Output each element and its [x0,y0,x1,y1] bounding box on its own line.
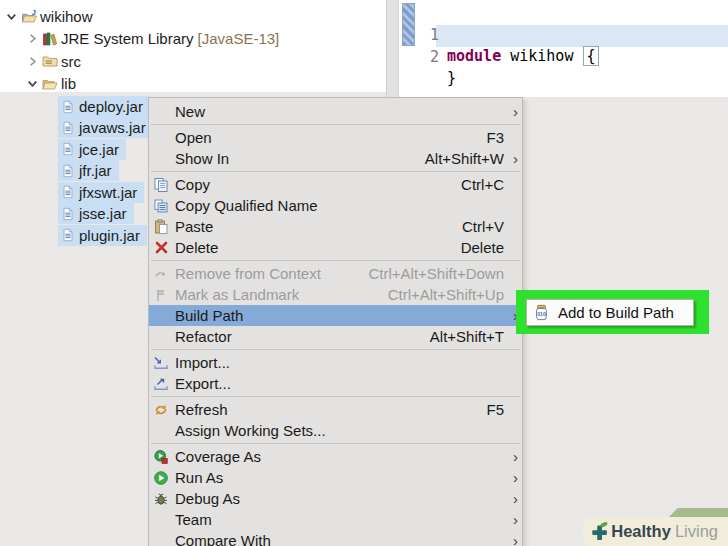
jar-file-icon [61,141,79,157]
menu-item-coverage-as[interactable]: Coverage As› [149,446,522,467]
jar-file-label: deploy.jar [79,98,143,115]
module-name: wikihow [501,47,582,65]
menu-item-open[interactable]: OpenF3 [149,127,522,148]
menu-item-shortcut: F3 [486,129,504,146]
tree-item-javaws-jar[interactable]: javaws.jar [58,117,153,138]
tree-item-lib[interactable]: lib [25,73,76,94]
tree-item-jce-jar[interactable]: jce.jar [58,139,126,160]
tree-item-deploy-jar[interactable]: deploy.jar [58,96,150,117]
refresh-icon [151,402,171,418]
tree-item-label: JRE System Library [61,30,194,47]
menu-item-show-in[interactable]: Show InAlt+Shift+W› [149,148,522,169]
menu-item-label: Copy [175,176,461,193]
menu-item-label: Import... [175,354,504,371]
menu-item-export[interactable]: Export... [149,373,522,394]
tree-item-plugin-jar[interactable]: plugin.jar [58,225,147,246]
menu-item-label: Compare With [175,532,504,546]
menu-item-label: Add to Build Path [558,304,674,321]
menu-item-run-as[interactable]: Run As› [149,467,522,488]
chevron-expanded-icon[interactable] [4,9,21,24]
code-editor[interactable]: 1 module wikihow { 2 } [399,0,728,97]
menu-item-build-path[interactable]: Build Path› [149,305,522,326]
menu-item-label: Assign Working Sets... [175,422,504,439]
menu-item-label: Team [175,511,504,528]
menu-item-label: Paste [175,218,462,235]
tree-item-decoration: [JavaSE-13] [198,30,280,47]
submenu-arrow-icon: › [507,101,518,122]
menu-item-refresh[interactable]: RefreshF5 [149,399,522,420]
watermark-brand-light: Living [675,522,718,541]
close-brace: } [447,68,456,89]
healthy-living-watermark: Healthy Living [583,517,728,546]
menu-separator [149,441,522,446]
jar-file-label: jce.jar [79,141,119,158]
eclipse-window: 1 module wikihow { 2 } JwikihowJRE Syste… [0,0,728,546]
menu-item-label: Show In [175,150,425,167]
tree-item-jfr-jar[interactable]: jfr.jar [58,160,119,181]
menu-item-assign-working-sets[interactable]: Assign Working Sets... [149,420,522,441]
menu-item-label: Mark as Landmark [175,286,388,303]
tree-item-src[interactable]: src [25,51,81,72]
menu-separator [149,258,522,263]
context-menu: New›OpenF3Show InAlt+Shift+W›CopyCtrl+CC… [148,97,523,546]
menu-item-label: New [175,103,504,120]
submenu-arrow-icon: › [507,509,518,530]
menu-item-shortcut: F5 [486,401,504,418]
mark-as-landmark-icon [151,287,171,303]
menu-item-refactor[interactable]: RefactorAlt+Shift+T [149,326,522,347]
menu-item-label: Delete [175,239,461,256]
svg-text:J: J [32,9,36,17]
jar-build-path-icon: 010 [533,304,550,322]
menu-item-paste[interactable]: PasteCtrl+V [149,216,522,237]
menu-item-label: Export... [175,375,504,392]
copy-qualified-name-icon [151,198,171,214]
menu-item-team[interactable]: Team› [149,509,522,530]
menu-item-new[interactable]: New› [149,101,522,122]
import-icon [151,355,171,371]
submenu-arrow-icon: › [507,488,518,509]
jar-file-icon [61,163,79,179]
menu-item-debug-as[interactable]: Debug As› [149,488,522,509]
tree-item-label: wikihow [40,8,93,25]
menu-separator [149,122,522,127]
run-icon [151,470,171,486]
menu-item-label: Refresh [175,401,486,418]
menu-item-label: Refactor [175,328,430,345]
source-folder-icon [42,53,61,69]
menu-item-label: Copy Qualified Name [175,197,504,214]
coverage-icon [151,449,171,465]
jar-file-label: jfxswt.jar [79,184,137,201]
tree-item-jsse-jar[interactable]: jsse.jar [58,203,134,224]
delete-icon [151,240,171,255]
chevron-collapsed-icon[interactable] [25,54,42,69]
jar-file-icon [61,227,79,243]
menu-item-copy-qualified-name[interactable]: Copy Qualified Name [149,195,522,216]
chevron-collapsed-icon[interactable] [25,31,42,46]
menu-item-import[interactable]: Import... [149,352,522,373]
submenu-arrow-icon: › [507,148,518,169]
code-line-2: 2 } [399,26,728,47]
menu-item-shortcut: Delete [461,239,504,256]
jar-file-icon [61,184,79,200]
menu-separator [149,394,522,399]
menu-item-compare-with[interactable]: Compare With› [149,530,522,546]
folder-open-icon [42,76,61,92]
panel-divider[interactable] [386,0,399,97]
tree-item-jfxswt-jar[interactable]: jfxswt.jar [58,182,144,203]
menu-separator [149,169,522,174]
tree-item-wikihow[interactable]: Jwikihow [4,6,93,27]
chevron-expanded-icon[interactable] [25,76,42,91]
menu-item-shortcut: Ctrl+Alt+Shift+Down [369,265,504,282]
remove-from-context-icon [151,266,171,282]
tree-item-label: src [61,53,81,70]
menu-item-shortcut: Alt+Shift+T [430,328,504,345]
menu-item-delete[interactable]: DeleteDelete [149,237,522,258]
open-brace: { [583,46,598,66]
menu-item-remove-from-context: Remove from ContextCtrl+Alt+Shift+Down [149,263,522,284]
tree-item-jre-system-library[interactable]: JRE System Library[JavaSE-13] [25,28,279,49]
menu-item-shortcut: Ctrl+Alt+Shift+Up [388,286,504,303]
jar-file-label: jsse.jar [79,205,127,222]
debug-icon [151,491,171,507]
menu-item-copy[interactable]: CopyCtrl+C [149,174,522,195]
menu-item-add-to-build-path[interactable]: 010 Add to Build Path [526,299,694,326]
